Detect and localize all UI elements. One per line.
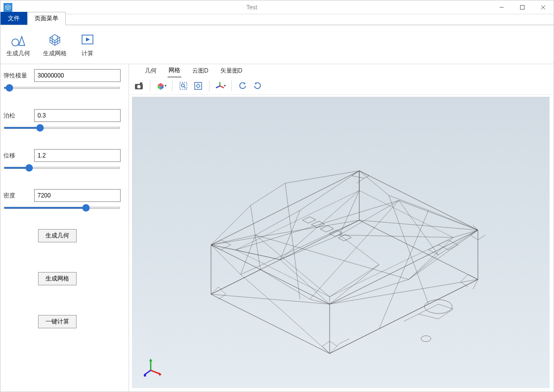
- ribbon-gen-mesh[interactable]: 生成网格: [41, 31, 69, 59]
- ribbon-compute-label: 计算: [82, 49, 93, 58]
- minimize-button[interactable]: [491, 0, 512, 14]
- axis-gizmo: [144, 357, 164, 377]
- one-click-compute-button[interactable]: 一键计算: [38, 315, 77, 328]
- zoom-window-button[interactable]: [176, 79, 190, 93]
- axes-button[interactable]: ▾: [213, 79, 227, 93]
- svg-line-11: [184, 86, 186, 88]
- ribbon-gen-geom[interactable]: 生成几何: [4, 31, 32, 59]
- param-poisson-label: 泊松: [3, 112, 31, 120]
- poisson-slider[interactable]: [3, 127, 121, 129]
- view-area: 几何 网格 云图D 矢量图D ▾ ▾: [129, 64, 554, 392]
- density-input[interactable]: [34, 189, 121, 202]
- view-tab-vector[interactable]: 矢量图D: [219, 65, 244, 77]
- elastic-modulus-input[interactable]: [34, 69, 121, 82]
- param-poisson: 泊松: [3, 109, 121, 130]
- param-elastic-modulus-label: 弹性模量: [3, 72, 31, 80]
- svg-line-14: [220, 86, 224, 88]
- svg-point-16: [425, 300, 452, 314]
- rotate-ccw-icon: [238, 81, 248, 91]
- rotate-cw-button[interactable]: [251, 79, 264, 93]
- param-elastic-modulus: 弹性模量: [3, 69, 121, 90]
- snapshot-button[interactable]: [132, 79, 146, 93]
- ribbon-tabs: 文件 页面菜单: [0, 14, 554, 25]
- gen-mesh-button[interactable]: 生成网格: [38, 272, 77, 285]
- rotate-cw-icon: [253, 81, 262, 91]
- view-toolbar: ▾ ▾: [129, 77, 554, 95]
- view-tab-mesh[interactable]: 网格: [168, 64, 181, 78]
- perspective-button[interactable]: ▾: [154, 79, 168, 93]
- displacement-slider[interactable]: [3, 167, 121, 169]
- tab-file[interactable]: 文件: [0, 12, 27, 25]
- zoom-fit-button[interactable]: [191, 79, 205, 93]
- svg-point-4: [12, 39, 19, 46]
- ribbon-compute[interactable]: 计算: [78, 31, 97, 59]
- play-icon: [80, 32, 95, 47]
- axes-icon: [215, 81, 225, 91]
- mesh-cube-icon: [47, 32, 63, 47]
- svg-rect-1: [520, 5, 524, 9]
- svg-rect-12: [195, 82, 202, 89]
- ribbon-gen-mesh-label: 生成网格: [43, 49, 67, 58]
- zoom-fit-icon: [193, 81, 203, 91]
- zoom-window-icon: [178, 81, 188, 91]
- density-slider[interactable]: [3, 207, 121, 209]
- svg-point-7: [137, 85, 141, 88]
- ribbon-gen-geom-label: 生成几何: [6, 49, 30, 58]
- svg-point-17: [421, 336, 431, 342]
- rotate-ccw-button[interactable]: [236, 79, 250, 93]
- ribbon-body: 生成几何 生成网格 计算: [0, 25, 554, 64]
- param-displacement: 位移: [3, 149, 121, 170]
- mesh-wireframe: [132, 97, 547, 383]
- maximize-button[interactable]: [512, 0, 533, 14]
- svg-line-15: [216, 86, 220, 88]
- svg-marker-22: [159, 372, 162, 376]
- window-title: Test: [12, 4, 491, 11]
- svg-rect-8: [140, 82, 142, 84]
- displacement-input[interactable]: [34, 149, 121, 162]
- title-bar: Test: [0, 0, 554, 14]
- app-icon: [3, 3, 12, 12]
- cube-colored-icon: [156, 81, 166, 91]
- elastic-modulus-slider[interactable]: [3, 87, 121, 89]
- param-displacement-label: 位移: [3, 152, 31, 160]
- param-density-label: 密度: [3, 192, 31, 200]
- view-tab-geometry[interactable]: 几何: [144, 65, 158, 77]
- sphere-cone-icon: [10, 32, 26, 47]
- close-button[interactable]: [533, 0, 554, 14]
- gen-geom-button[interactable]: 生成几何: [38, 229, 77, 242]
- parameter-panel: 弹性模量 泊松 位移 密度 生成几何: [0, 64, 129, 392]
- view-tab-contour[interactable]: 云图D: [191, 65, 210, 77]
- svg-marker-21: [149, 358, 152, 361]
- window-controls: [491, 0, 554, 14]
- camera-icon: [134, 81, 144, 90]
- tab-page-menu[interactable]: 页面菜单: [27, 12, 66, 25]
- poisson-input[interactable]: [34, 109, 121, 122]
- param-density: 密度: [3, 189, 121, 210]
- view-tabs: 几何 网格 云图D 矢量图D: [129, 64, 554, 77]
- main-content: 弹性模量 泊松 位移 密度 生成几何: [0, 64, 554, 392]
- viewport-3d[interactable]: [132, 97, 550, 388]
